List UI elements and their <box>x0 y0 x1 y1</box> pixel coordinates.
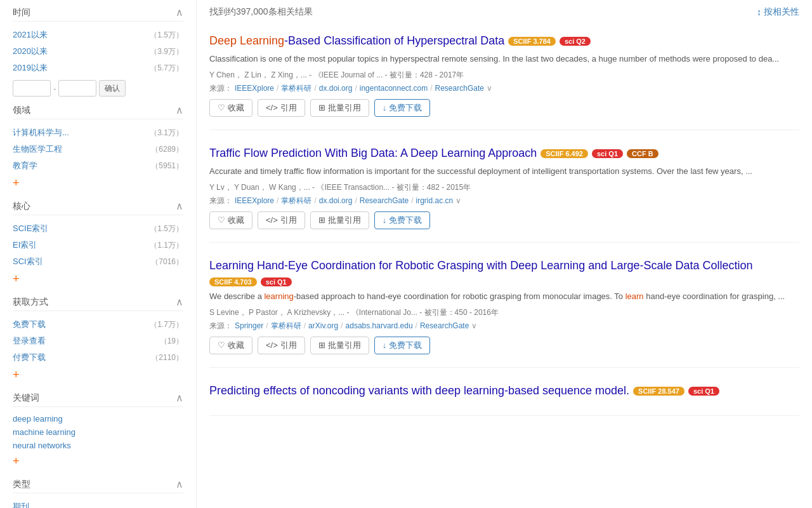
filter-toggle-time[interactable]: ∧ <box>176 6 183 18</box>
filter-item-time-2[interactable]: 2019以来 （5.7万） <box>13 60 183 76</box>
filter-item-domain-0[interactable]: 计算机科学与... （3.1万） <box>13 124 183 141</box>
paper-title-1[interactable]: Traffic Flow Prediction With Big Data: A… <box>209 145 537 161</box>
batch-icon-2: ⊞ <box>318 340 325 350</box>
action-download-1[interactable]: ↓ 免费下载 <box>374 211 431 229</box>
source-link-0-0[interactable]: IEEEXplore <box>235 84 274 93</box>
filter-item-time-0[interactable]: 2021以来 （1.5万） <box>13 27 183 43</box>
action-download-2[interactable]: ↓ 免费下载 <box>374 337 431 354</box>
source-link-1-0[interactable]: IEEEXplore <box>235 196 274 205</box>
filter-toggle-type[interactable]: ∧ <box>176 478 183 490</box>
paper-card-2: Learning Hand-Eye Coordination for Robot… <box>209 258 799 368</box>
filter-toggle-domain[interactable]: ∧ <box>176 104 183 116</box>
paper-title-0[interactable]: Deep Learning-Based Classification of Hy… <box>209 33 504 49</box>
source-link-1-2[interactable]: dx.doi.org <box>319 196 353 205</box>
source-link-1-3[interactable]: ResearchGate <box>360 196 409 205</box>
action-cite-2[interactable]: </> 引用 <box>258 337 305 354</box>
filter-item-core-1[interactable]: EI索引 （1.1万） <box>13 237 183 253</box>
filter-item-access-1[interactable]: 登录查看 （19） <box>13 333 183 349</box>
action-batch-cite-1[interactable]: ⊞ 批量引用 <box>310 211 369 229</box>
filter-toggle-core[interactable]: ∧ <box>176 200 183 212</box>
sort-icon: ↕ <box>757 7 761 17</box>
filter-item-access-0[interactable]: 免费下载 （1.7万） <box>13 316 183 333</box>
download-icon: ↓ <box>383 103 387 112</box>
badge-sciif-0: SCIIF 3.784 <box>508 37 556 46</box>
filter-section-time: 时间 ∧ 2021以来 （1.5万） 2020以来 （3.9万） 2019以来 … <box>13 6 183 97</box>
filter-item-time-1[interactable]: 2020以来 （3.9万） <box>13 43 183 60</box>
filter-header-domain: 领域 ∧ <box>13 104 183 119</box>
filter-more-core[interactable]: + <box>13 270 183 288</box>
keyword-item-0[interactable]: deep learning <box>13 412 183 425</box>
year-to-input[interactable] <box>58 80 96 97</box>
filter-item-domain-1[interactable]: 生物医学工程 （6289） <box>13 141 183 157</box>
year-range: - 确认 <box>13 80 183 97</box>
action-collect-1[interactable]: ♡ 收藏 <box>209 211 252 229</box>
sort-button[interactable]: ↕ 按相关性 <box>757 6 799 18</box>
code-icon: </> <box>266 103 278 112</box>
keyword-item-1[interactable]: machine learning <box>13 425 183 439</box>
filter-item-core-0[interactable]: SCIE索引 （1.5万） <box>13 220 183 237</box>
heart-icon-2: ♡ <box>218 340 225 350</box>
source-expand-0[interactable]: ∨ <box>487 84 492 93</box>
filter-header-core: 核心 ∧ <box>13 200 183 215</box>
badge-sciq1-2: sci Q1 <box>261 277 292 286</box>
source-link-2-3[interactable]: adsabs.harvard.edu <box>346 321 413 330</box>
filter-section-keywords: 关键词 ∧ deep learning machine learning neu… <box>13 392 183 471</box>
year-dash: - <box>53 84 56 93</box>
source-link-0-2[interactable]: dx.doi.org <box>319 84 353 93</box>
source-link-1-1[interactable]: 掌桥科研 <box>281 196 311 206</box>
action-collect-0[interactable]: ♡ 收藏 <box>209 99 252 117</box>
action-batch-cite-2[interactable]: ⊞ 批量引用 <box>310 337 369 354</box>
source-link-2-2[interactable]: arXiv.org <box>308 321 338 330</box>
action-cite-0[interactable]: </> 引用 <box>258 99 305 117</box>
paper-title-2[interactable]: Learning Hand-Eye Coordination for Robot… <box>209 258 753 274</box>
source-expand-1[interactable]: ∨ <box>455 196 461 205</box>
source-link-2-0[interactable]: Springer <box>235 321 263 330</box>
filter-section-type: 类型 ∧ 期刊 学位 会议 + <box>13 478 183 508</box>
filter-section-core: 核心 ∧ SCIE索引 （1.5万） EI索引 （1.1万） SCI索引 （70… <box>13 200 183 288</box>
paper-card-0: Deep Learning-Based Classification of Hy… <box>209 33 799 130</box>
year-confirm-button[interactable]: 确认 <box>99 80 126 97</box>
filter-more-keywords[interactable]: + <box>13 452 183 471</box>
heart-icon-1: ♡ <box>218 215 225 225</box>
keyword-item-2[interactable]: neural networks <box>13 439 183 452</box>
filter-section-access: 获取方式 ∧ 免费下载 （1.7万） 登录查看 （19） 付费下载 （2110）… <box>13 296 183 384</box>
badge-sciif-2: SCIIF 4.703 <box>209 277 257 286</box>
filter-item-access-2[interactable]: 付费下载 （2110） <box>13 349 183 366</box>
code-icon-1: </> <box>266 215 278 225</box>
source-link-2-1[interactable]: 掌桥科研 <box>271 321 301 331</box>
filter-toggle-keywords[interactable]: ∧ <box>176 392 183 404</box>
filter-item-core-2[interactable]: SCI索引 （7016） <box>13 253 183 270</box>
filter-toggle-access[interactable]: ∧ <box>176 296 183 308</box>
source-expand-2[interactable]: ∨ <box>471 321 477 330</box>
source-link-1-4[interactable]: irgrid.ac.cn <box>416 196 454 205</box>
source-link-2-4[interactable]: ResearchGate <box>420 321 469 330</box>
paper-actions-0: ♡ 收藏 </> 引用 ⊞ 批量引用 ↓ 免费下载 <box>209 99 799 117</box>
paper-abstract-2: We describe a learning-based approach to… <box>209 290 799 304</box>
paper-title-3[interactable]: Predicting effects of noncoding variants… <box>209 383 629 399</box>
badge-ccfb-1: CCF B <box>627 149 658 158</box>
filter-label-type: 类型 <box>13 479 30 490</box>
filter-item-domain-2[interactable]: 教育学 （5951） <box>13 157 183 174</box>
action-cite-1[interactable]: </> 引用 <box>258 211 305 229</box>
filter-more-domain[interactable]: + <box>13 174 183 192</box>
filter-item-type-0[interactable]: 期刊 <box>13 498 183 508</box>
abstract-highlight-learning: learning <box>264 291 293 301</box>
filter-header-keywords: 关键词 ∧ <box>13 392 183 407</box>
paper-title-line-3: Predicting effects of noncoding variants… <box>209 383 799 399</box>
source-link-0-3[interactable]: ingentaconnect.com <box>360 84 428 93</box>
paper-meta-0: Y Chen， Z Lin， Z Xing，... - 《IEEE Journa… <box>209 70 799 81</box>
batch-icon: ⊞ <box>318 103 325 112</box>
action-collect-2[interactable]: ♡ 收藏 <box>209 337 252 354</box>
paper-card-1: Traffic Flow Prediction With Big Data: A… <box>209 145 799 243</box>
source-link-0-1[interactable]: 掌桥科研 <box>281 83 311 94</box>
download-icon-2: ↓ <box>383 340 387 350</box>
filter-more-access[interactable]: + <box>13 366 183 384</box>
abstract-highlight-learn: learn <box>625 291 644 301</box>
badge-sciq1-1: sci Q1 <box>592 149 623 158</box>
year-from-input[interactable] <box>13 80 51 97</box>
action-download-0[interactable]: ↓ 免费下载 <box>374 99 431 117</box>
action-batch-cite-0[interactable]: ⊞ 批量引用 <box>310 99 369 117</box>
source-link-0-4[interactable]: ResearchGate <box>435 84 484 93</box>
sort-label: 按相关性 <box>764 6 799 18</box>
filter-label-core: 核心 <box>13 201 30 212</box>
